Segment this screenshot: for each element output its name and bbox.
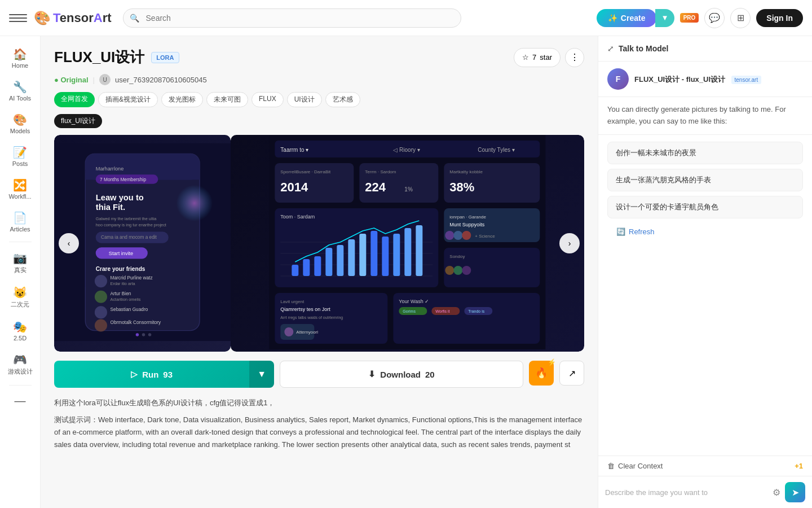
create-dropdown-button[interactable]: ▼ [655, 9, 674, 27]
svg-point-66 [445, 231, 454, 240]
author-avatar: U [99, 74, 111, 85]
tag-flux[interactable]: FLUX [251, 92, 284, 107]
tag-quanwang-shoufa[interactable]: 全网首发 [54, 92, 95, 107]
svg-text:1%: 1% [405, 186, 413, 192]
image-carousel: ‹ Marharrlone 7 Months Membership Le [54, 135, 584, 352]
clear-context-button[interactable]: 🗑 Clear Context [607, 462, 663, 470]
chat-input[interactable] [605, 488, 768, 497]
run-dropdown-button[interactable]: ▼ [249, 361, 274, 388]
sidebar-item-real[interactable]: 📷 真实 [2, 247, 38, 279]
star-button[interactable]: ☆ 7 star [514, 48, 561, 67]
game-icon: 🎮 [13, 353, 27, 366]
prompt-suggestions: 创作一幅未来城市的夜景 生成一张蒸汽朋克风格的手表 设计一个可爱的卡通宇航员角色… [598, 135, 812, 456]
carousel-image-2: Taarrm to ▾ ◁ Rioory ▾ County Tyles ▾ Sp… [231, 135, 584, 352]
model-actions: ☆ 7 star ⋮ [514, 48, 584, 67]
svg-text:Sebastian Guadro: Sebastian Guadro [111, 306, 148, 312]
menu-icon[interactable] [9, 9, 27, 27]
expand-icon[interactable]: ⤢ [607, 44, 614, 53]
models-icon: 🎨 [13, 113, 27, 126]
search-input[interactable] [123, 8, 461, 28]
model-content-area: FLUX_UI设计 LORA ☆ 7 star ⋮ ● Original | U… [41, 36, 598, 508]
svg-rect-58 [371, 231, 378, 276]
svg-text:Cama ia and mocom a edit: Cama ia and mocom a edit [101, 234, 157, 240]
svg-text:Marharrlone: Marharrlone [96, 166, 124, 172]
play-icon: ▷ [131, 369, 138, 379]
share-icon: ↗ [568, 368, 576, 379]
prompt-chip-3[interactable]: 设计一个可爱的卡通宇航员角色 [607, 196, 803, 218]
sidebar-item-more[interactable]: — [2, 390, 38, 413]
svg-point-9 [176, 185, 213, 222]
run-button-group[interactable]: ▷ Run 93 ▼ [54, 361, 274, 388]
lora-badge: LORA [151, 52, 179, 63]
sidebar-item-home[interactable]: 🏠 Home [2, 43, 38, 73]
model-info-row: F FLUX_UI设计 - flux_UI设计 tensor.art [598, 62, 812, 97]
svg-text:Galwed my the iarbremit the ul: Galwed my the iarbremit the ultia [96, 216, 157, 221]
svg-point-23 [95, 306, 107, 318]
model-meta: ● Original | U user_763920870610605045 [54, 74, 584, 85]
model-name: FLUX_UI设计 - flux_UI设计 [634, 75, 725, 84]
carousel-next-button[interactable]: › [559, 233, 580, 253]
create-button-group: ✨ Create ▼ [597, 9, 674, 27]
sign-in-button[interactable]: Sign In [756, 9, 803, 27]
svg-text:Lavit urgent: Lavit urgent [281, 299, 305, 304]
svg-text:Marcrid Purline watz: Marcrid Purline watz [111, 275, 153, 281]
logo[interactable]: 🎨 TensorArt [34, 10, 112, 26]
sidebar-item-2-5d[interactable]: 🎭 2.5D [2, 316, 38, 346]
tag-future[interactable]: 未来可图 [206, 92, 248, 107]
search-bar: 🔍 [123, 8, 461, 28]
chat-send-button[interactable]: ➤ [785, 482, 805, 502]
svg-text:Taarrm to ▾: Taarrm to ▾ [281, 147, 309, 153]
svg-text:hoo company is ing tur enarthe: hoo company is ing tur enarthe project [96, 222, 166, 227]
right-panel-footer: 🗑 Clear Context +1 ⚙ ➤ [598, 456, 812, 508]
original-tag: ● Original [54, 76, 89, 84]
right-panel: ⤢ Talk to Model F FLUX_UI设计 - flux_UI设计 … [598, 36, 812, 508]
sidebar-item-articles[interactable]: 📄 Articles [2, 207, 38, 237]
tag-glow-icon[interactable]: 发光图标 [161, 92, 203, 107]
refresh-icon: 🔄 [616, 227, 625, 236]
download-button[interactable]: ⬇ Download 20 [280, 361, 523, 388]
real-icon: 📷 [13, 251, 27, 265]
share-button[interactable]: ↗ [559, 361, 584, 386]
sidebar-item-anime[interactable]: 😺 二次元 [2, 281, 38, 313]
run-main-button[interactable]: ▷ Run 93 [54, 361, 249, 388]
logo-text: TensorArt [53, 11, 112, 25]
apps-icon-button[interactable]: ⊞ [730, 8, 751, 28]
svg-text:224: 224 [365, 180, 386, 194]
anime-icon: 😺 [13, 286, 27, 299]
trash-icon: 🗑 [607, 462, 615, 470]
sidebar: 🏠 Home 🔧 AI Tools 🎨 Models 📝 Posts 🔀 Wor… [0, 36, 41, 508]
svg-rect-59 [382, 237, 389, 276]
sidebar-item-posts[interactable]: 📝 Posts [2, 141, 38, 172]
svg-text:Atternyoorl: Atternyoorl [297, 330, 319, 335]
sidebar-item-models[interactable]: 🎨 Models [2, 108, 38, 139]
svg-text:Arrt rregs talbs waids of outr: Arrt rregs talbs waids of outrtemring [281, 316, 343, 320]
create-button[interactable]: ✨ Create [597, 9, 657, 27]
svg-point-25 [95, 319, 107, 331]
chat-icon-button[interactable]: 💬 [704, 8, 725, 28]
svg-rect-55 [337, 245, 344, 276]
more-options-button[interactable]: ⋮ [565, 48, 584, 67]
svg-point-74 [462, 266, 471, 275]
svg-text:Erdar itio arta: Erdar itio arta [111, 281, 136, 286]
svg-rect-56 [348, 239, 355, 276]
model-avatar: F [607, 68, 629, 90]
svg-text:Leaw you to: Leaw you to [96, 193, 144, 202]
carousel-prev-button[interactable]: ‹ [59, 233, 79, 253]
top-navigation: 🎨 TensorArt 🔍 ✨ Create ▼ PRO 💬 ⊞ Sign In [0, 0, 812, 36]
prompt-chip-2[interactable]: 生成一张蒸汽朋克风格的手表 [607, 169, 803, 191]
description-1: 利用这个lora可以让flux生成暗色系的UI设计稿，cfg值记得设置成1， [54, 397, 584, 409]
boost-button[interactable]: 🔥 ⚡ [529, 361, 554, 386]
sidebar-item-game[interactable]: 🎮 游戏设计 [2, 348, 38, 380]
home-icon: 🏠 [13, 47, 27, 61]
refresh-row[interactable]: 🔄 Refresh [607, 223, 803, 240]
chat-settings-icon[interactable]: ⚙ [773, 487, 780, 498]
tag-ui-design[interactable]: UI设计 [287, 92, 322, 107]
svg-point-27 [136, 333, 139, 336]
tag-art-feel[interactable]: 艺术感 [325, 92, 360, 107]
tag-illustration[interactable]: 插画&视觉设计 [98, 92, 158, 107]
svg-text:Trando is: Trando is [469, 309, 485, 313]
prompt-chip-1[interactable]: 创作一幅未来城市的夜景 [607, 142, 803, 164]
sidebar-item-ai-tools[interactable]: 🔧 AI Tools [2, 76, 38, 106]
sidebar-item-workflow[interactable]: 🔀 Workfl... [2, 174, 38, 204]
svg-text:Crare your friends: Crare your friends [96, 266, 145, 272]
